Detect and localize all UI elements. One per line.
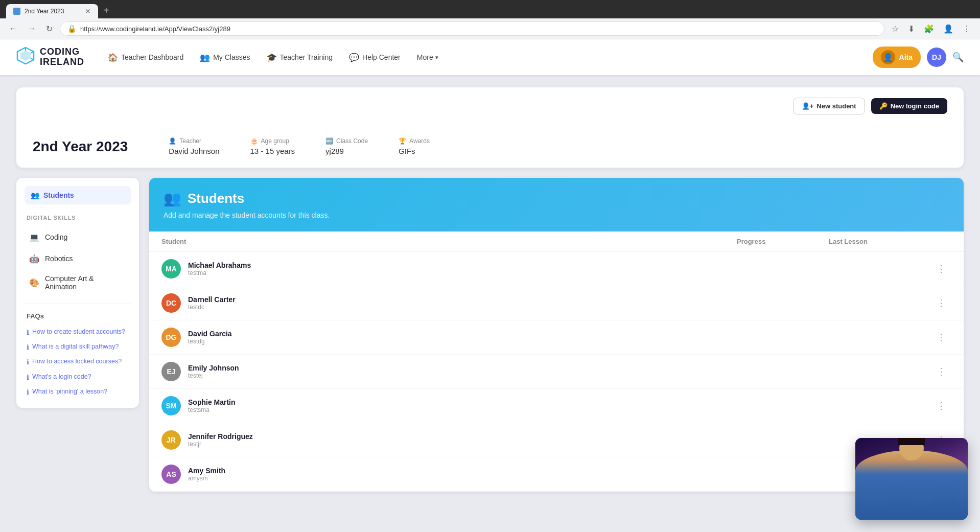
sidebar-students-icon: 👥 bbox=[31, 191, 39, 199]
student-name-group: Jennifer Rodriguez testjr bbox=[188, 432, 253, 448]
profile-button[interactable]: 👤 bbox=[940, 22, 956, 36]
search-button[interactable]: 🔍 bbox=[952, 52, 964, 63]
student-info: DC Darnell Carter testdc bbox=[161, 293, 737, 313]
faq-1-text: How to create student accounts? bbox=[32, 328, 125, 337]
faq-icon-3: ℹ bbox=[27, 358, 29, 367]
awards-icon: 🏆 bbox=[399, 137, 406, 145]
menu-button[interactable]: ⋮ bbox=[960, 22, 974, 36]
faq-digital-skill[interactable]: ℹ What is a digital skill pathway? bbox=[25, 340, 131, 355]
faq-locked-courses[interactable]: ℹ How to access locked courses? bbox=[25, 355, 131, 369]
class-card-header: 👤+ New student 🔑 New login code bbox=[16, 87, 964, 125]
student-avatar: JR bbox=[161, 430, 181, 450]
student-username: testjr bbox=[188, 441, 253, 448]
table-row: SM Sophie Martin testsma ⋮ bbox=[149, 389, 964, 423]
chevron-down-icon: ▾ bbox=[435, 54, 438, 61]
active-tab[interactable]: 2nd Year 2023 ✕ bbox=[6, 4, 98, 18]
student-username: testdg bbox=[188, 338, 232, 345]
sidebar-divider bbox=[25, 304, 131, 304]
new-tab-button[interactable]: + bbox=[100, 5, 112, 16]
student-name-group: David Garcia testdg bbox=[188, 330, 232, 345]
reload-button[interactable]: ↻ bbox=[43, 22, 56, 36]
student-row-menu-button[interactable]: ⋮ bbox=[931, 261, 951, 276]
student-row-menu-button[interactable]: ⋮ bbox=[931, 295, 951, 311]
address-bar[interactable]: 🔒 https://www.codingireland.ie/App/ViewC… bbox=[60, 21, 884, 36]
meta-age-group: 🎂 Age group 13 - 15 years bbox=[250, 137, 295, 155]
browser-toolbar: ← → ↻ 🔒 https://www.codingireland.ie/App… bbox=[0, 18, 980, 39]
student-row-menu-button[interactable]: ⋮ bbox=[931, 398, 951, 413]
faq-icon-2: ℹ bbox=[27, 343, 29, 352]
new-student-button[interactable]: 👤+ New student bbox=[793, 98, 865, 114]
page-content: 👤+ New student 🔑 New login code 2nd Year… bbox=[0, 75, 980, 504]
logo-icon bbox=[16, 47, 35, 68]
student-name-group: Emily Johnson testej bbox=[188, 364, 239, 379]
awards-label: 🏆 Awards bbox=[399, 137, 430, 145]
main-nav: 🏠 Teacher Dashboard 👥 My Classes 🎓 Teach… bbox=[101, 49, 873, 66]
student-row-menu-button[interactable]: ⋮ bbox=[931, 330, 951, 345]
student-username: testdc bbox=[188, 304, 236, 311]
logo[interactable]: CODING IRELAND bbox=[16, 47, 84, 68]
user-avatar-large[interactable]: DJ bbox=[927, 48, 946, 67]
student-username: testma bbox=[188, 269, 251, 276]
student-name-group: Amy Smith amysm bbox=[188, 467, 225, 482]
bookmark-button[interactable]: ☆ bbox=[889, 22, 902, 36]
student-avatar: MA bbox=[161, 259, 181, 279]
students-header-icon: 👥 bbox=[164, 190, 181, 207]
age-icon: 🎂 bbox=[250, 137, 258, 145]
user-menu-button[interactable]: 👤 Aita bbox=[873, 47, 921, 68]
url-display: https://www.codingireland.ie/App/ViewCla… bbox=[80, 25, 230, 33]
faq-create-accounts[interactable]: ℹ How to create student accounts? bbox=[25, 325, 131, 340]
col-actions bbox=[931, 238, 951, 245]
tab-close-button[interactable]: ✕ bbox=[85, 7, 91, 15]
logo-coding: CODING bbox=[40, 47, 84, 57]
video-person bbox=[855, 438, 968, 520]
extensions-button[interactable]: 🧩 bbox=[921, 22, 937, 36]
faq-login-code[interactable]: ℹ What's a login code? bbox=[25, 370, 131, 385]
student-name-group: Darnell Carter testdc bbox=[188, 295, 236, 311]
main-content: 👥 Students DIGITAL SKILLS 💻 Coding 🤖 Rob… bbox=[16, 178, 964, 492]
nav-my-classes[interactable]: 👥 My Classes bbox=[193, 49, 257, 66]
sidebar-item-computer-art[interactable]: 🎨 Computer Art & Animation bbox=[25, 270, 131, 295]
new-student-icon: 👤+ bbox=[802, 102, 814, 110]
sidebar-students-button[interactable]: 👥 Students bbox=[25, 186, 131, 204]
toolbar-icons: ☆ ⬇ 🧩 👤 ⋮ bbox=[889, 22, 974, 36]
students-panel-title: 👥 Students bbox=[164, 190, 949, 207]
video-pip bbox=[855, 438, 968, 520]
table-row: JR Jennifer Rodriguez testjr ⋮ bbox=[149, 423, 964, 457]
back-button[interactable]: ← bbox=[6, 22, 20, 35]
nav-help-center[interactable]: 💬 Help Center bbox=[342, 49, 408, 66]
training-icon: 🎓 bbox=[267, 53, 277, 62]
meta-awards: 🏆 Awards GIFs bbox=[399, 137, 430, 155]
meta-class-code: 🔤 Class Code yj289 bbox=[325, 137, 368, 155]
nav-teacher-dashboard-label: Teacher Dashboard bbox=[121, 53, 183, 61]
class-meta: 👤 Teacher David Johnson 🎂 Age group 13 -… bbox=[169, 137, 947, 155]
sidebar-item-coding[interactable]: 💻 Coding bbox=[25, 227, 131, 247]
student-row-menu-button[interactable]: ⋮ bbox=[931, 364, 951, 379]
forward-button[interactable]: → bbox=[25, 22, 39, 35]
student-info: MA Michael Abrahams testma bbox=[161, 259, 737, 279]
faq-pinning[interactable]: ℹ What is 'pinning' a lesson? bbox=[25, 385, 131, 400]
coding-icon: 💻 bbox=[29, 232, 40, 243]
nav-teacher-training[interactable]: 🎓 Teacher Training bbox=[260, 49, 340, 66]
student-info: SM Sophie Martin testsma bbox=[161, 396, 737, 415]
meta-teacher: 👤 Teacher David Johnson bbox=[169, 137, 219, 155]
nav-help-center-label: Help Center bbox=[362, 53, 401, 61]
nav-teacher-training-label: Teacher Training bbox=[280, 53, 333, 61]
code-icon: 🔤 bbox=[325, 137, 333, 145]
download-button[interactable]: ⬇ bbox=[905, 22, 918, 36]
student-username: testej bbox=[188, 372, 239, 379]
logo-ireland: IRELAND bbox=[40, 57, 84, 67]
students-table-header: Student Progress Last Lesson bbox=[149, 232, 964, 252]
col-progress: Progress bbox=[737, 238, 829, 245]
nav-more[interactable]: More ▾ bbox=[410, 49, 446, 65]
nav-teacher-dashboard[interactable]: 🏠 Teacher Dashboard bbox=[101, 49, 191, 66]
new-student-label: New student bbox=[816, 102, 856, 110]
class-code-label: 🔤 Class Code bbox=[325, 137, 368, 145]
faq-3-text: How to access locked courses? bbox=[32, 357, 122, 366]
student-name: Emily Johnson bbox=[188, 364, 239, 372]
faq-4-text: What's a login code? bbox=[32, 373, 91, 382]
header-right: 👤 Aita DJ 🔍 bbox=[873, 47, 964, 68]
sidebar-item-robotics[interactable]: 🤖 Robotics bbox=[25, 248, 131, 269]
home-icon: 🏠 bbox=[108, 53, 118, 62]
new-login-code-button[interactable]: 🔑 New login code bbox=[871, 98, 947, 114]
logo-text: CODING IRELAND bbox=[40, 47, 84, 67]
